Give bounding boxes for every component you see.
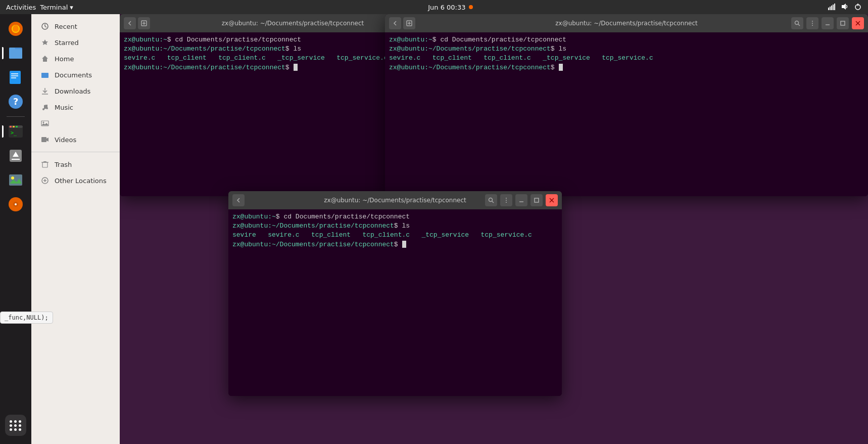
- file-sidebar: Recent Starred Home Documents Downloads: [31, 14, 120, 444]
- taskbar-libreoffice[interactable]: [5, 67, 26, 88]
- svg-point-83: [506, 198, 507, 199]
- svg-rect-15: [11, 75, 18, 76]
- term-bc-line-2: zx@ubuntu:~/Documents/practise/tcpconnec…: [232, 221, 558, 231]
- power-icon[interactable]: [854, 3, 862, 12]
- terminal-bc-menu[interactable]: [500, 194, 512, 206]
- svg-rect-28: [9, 174, 22, 186]
- terminal-menu-arrow: ▾: [70, 4, 73, 11]
- sidebar-item-starred[interactable]: Starred: [33, 35, 118, 50]
- sidebar-item-pictures[interactable]: [33, 116, 118, 131]
- svg-rect-16: [11, 77, 16, 78]
- terminal-menu[interactable]: Terminal ▾: [40, 4, 73, 11]
- svg-rect-87: [535, 198, 539, 202]
- svg-rect-1: [830, 7, 831, 10]
- taskbar-downloads[interactable]: [5, 145, 26, 166]
- terminal-tr-search[interactable]: [791, 17, 803, 29]
- datetime-text: Jun 6 00:33: [428, 4, 465, 11]
- music-icon: [40, 103, 50, 112]
- svg-rect-12: [9, 49, 22, 59]
- terminal-tr-maximize[interactable]: [837, 17, 849, 29]
- sidebar-item-documents[interactable]: Documents: [33, 67, 118, 82]
- sidebar-item-videos[interactable]: Videos: [33, 132, 118, 147]
- home-icon: [40, 54, 50, 63]
- svg-rect-40: [41, 73, 45, 74]
- svg-line-82: [492, 201, 494, 203]
- terminal-tr-new-tab[interactable]: [403, 17, 415, 29]
- sidebar-documents-label: Documents: [55, 71, 92, 79]
- show-applications[interactable]: [5, 415, 26, 436]
- taskbar-files[interactable]: [5, 42, 26, 64]
- terminal-bc-back[interactable]: [232, 194, 245, 206]
- sidebar-item-trash[interactable]: Trash: [33, 157, 118, 172]
- terminal-bc-controls: [485, 194, 558, 206]
- term-cursor: [294, 64, 298, 71]
- terminal-tr-back[interactable]: [389, 17, 401, 29]
- terminal-back-button[interactable]: [124, 17, 136, 29]
- svg-rect-3: [833, 5, 834, 10]
- svg-point-75: [812, 23, 813, 24]
- taskbar-terminal[interactable]: >_: [5, 121, 26, 142]
- sidebar-item-recent[interactable]: Recent: [33, 19, 118, 34]
- trash-icon: [40, 160, 50, 169]
- terminal-tr-titlebar: zx@ubuntu: ~/Documents/practise/tcpconne…: [385, 14, 868, 32]
- sidebar-downloads-label: Downloads: [55, 87, 90, 95]
- svg-rect-0: [828, 8, 829, 10]
- terminal-tr-close[interactable]: [852, 17, 864, 29]
- terminal-tr-body[interactable]: zx@ubuntu:~$ cd Documents/practise/tcpco…: [385, 32, 868, 196]
- terminal-tr-menu[interactable]: [806, 17, 818, 29]
- terminal-new-tab-button[interactable]: [138, 17, 150, 29]
- term-bc-line-3: sevire sevire.c tcp_client tcp_client.c …: [232, 231, 558, 240]
- svg-rect-51: [42, 162, 47, 167]
- downloads-icon: [40, 86, 50, 96]
- terminal-bc-close[interactable]: [546, 194, 558, 206]
- svg-point-45: [46, 107, 48, 109]
- documents-folder-icon: [40, 70, 50, 79]
- pictures-icon: [40, 119, 50, 128]
- taskbar: ? >_: [0, 14, 31, 444]
- svg-marker-37: [42, 39, 48, 45]
- terminal-bc-body[interactable]: zx@ubuntu:~$ cd Documents/practise/tcpco…: [228, 209, 562, 396]
- taskbar-image-viewer[interactable]: [5, 169, 26, 191]
- svg-rect-53: [43, 161, 46, 162]
- svg-point-84: [506, 200, 507, 201]
- svg-rect-49: [41, 137, 46, 142]
- taskbar-divider: [7, 116, 25, 117]
- sidebar-item-other-locations[interactable]: Other Locations: [33, 173, 118, 188]
- svg-text:>_: >_: [11, 130, 17, 136]
- system-tray: [828, 3, 862, 12]
- svg-rect-21: [10, 126, 12, 127]
- svg-point-47: [43, 122, 44, 123]
- svg-point-29: [11, 176, 14, 180]
- sidebar-music-label: Music: [55, 104, 73, 111]
- taskbar-firefox[interactable]: [5, 18, 26, 39]
- volume-icon[interactable]: [841, 3, 849, 12]
- svg-marker-48: [41, 123, 49, 125]
- terminal-bc-minimize[interactable]: [515, 194, 527, 206]
- code-tooltip: _func,NULL);: [0, 312, 53, 324]
- sidebar-item-downloads[interactable]: Downloads: [33, 83, 118, 99]
- topbar: Activities Terminal ▾ Jun 6 00:33: [0, 0, 868, 14]
- sidebar-item-music[interactable]: Music: [33, 100, 118, 115]
- terminal-tr-nav: [389, 17, 415, 29]
- activities-button[interactable]: Activities: [6, 4, 36, 11]
- notification-dot: [469, 5, 473, 9]
- term-tr-line-3: sevire.c tcp_client tcp_client.c _tcp_se…: [389, 54, 864, 63]
- sidebar-trash-label: Trash: [55, 161, 72, 168]
- terminal-window-bottomcenter: zx@ubuntu: ~/Documents/practise/tcpconne…: [228, 191, 562, 396]
- svg-point-81: [489, 198, 493, 202]
- clock-icon: [40, 22, 50, 31]
- terminal-bc-maximize[interactable]: [531, 194, 543, 206]
- taskbar-music[interactable]: [5, 194, 26, 215]
- tooltip-text: _func,NULL);: [5, 314, 49, 321]
- terminal-tr-minimize[interactable]: [822, 17, 834, 29]
- svg-rect-78: [841, 21, 845, 25]
- network-icon[interactable]: [828, 3, 836, 12]
- terminal-bc-search[interactable]: [485, 194, 497, 206]
- svg-point-33: [15, 203, 17, 205]
- term-tr-cursor: [559, 64, 563, 71]
- svg-point-85: [506, 202, 507, 203]
- svg-marker-50: [46, 138, 49, 142]
- sidebar-item-home[interactable]: Home: [33, 51, 118, 66]
- svg-rect-14: [11, 73, 18, 74]
- taskbar-help[interactable]: ?: [5, 91, 26, 112]
